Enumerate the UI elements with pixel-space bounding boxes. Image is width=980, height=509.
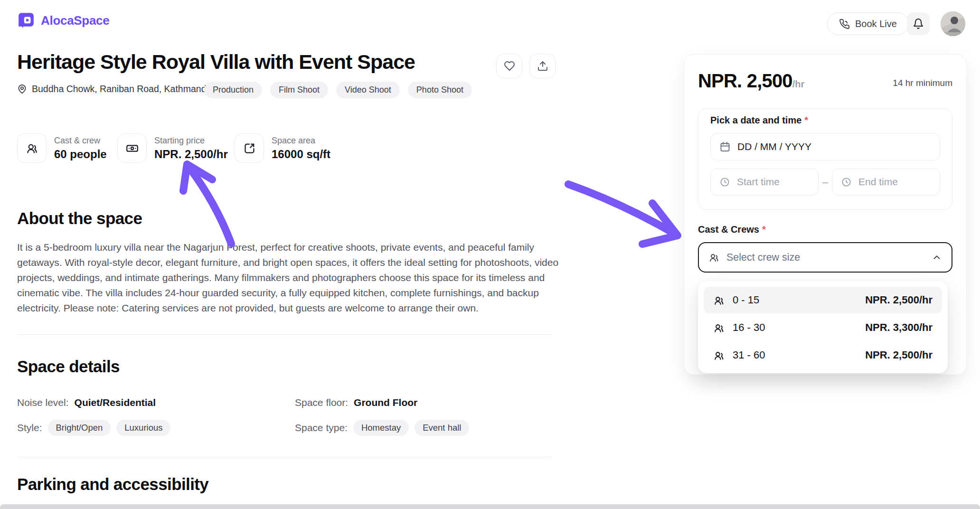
required-asterisk: * [804,115,808,125]
style-row: Style: Bright/Open Luxurious [17,420,170,436]
crew-price: NPR. 3,300/hr [865,321,933,334]
style-tag: Bright/Open [48,420,111,436]
space-type-tag: Homestay [353,420,409,436]
users-icon [713,349,725,361]
about-heading: About the space [17,209,142,228]
space-type-tag: Event hall [415,420,469,436]
phone-call-icon [839,19,850,29]
noise-level-value: Quiet/Residential [75,397,156,408]
category-tag: Video Shoot [336,82,400,98]
listing-title: Heritage Style Royal Villa with Event Sp… [17,50,415,74]
price-amount: NPR. 2,500 [698,70,792,92]
end-time-input[interactable]: End time [832,168,940,196]
stat-iconbox [235,133,264,163]
category-tags: Production Film Shoot Video Shoot Photo … [204,82,472,98]
noise-level-row: Noise level: Quiet/Residential [17,397,156,408]
crew-size-dropdown: 0 - 15 NPR. 2,500/hr 16 - 30 NPR. 3,300/… [698,281,948,373]
stat-label: Cast & crew [54,136,107,146]
section-divider [17,457,552,457]
minimum-hours: 14 hr minimum [893,78,952,92]
arrow-to-crew-select [568,184,676,235]
user-avatar[interactable] [941,11,965,36]
clock-icon [719,177,730,188]
required-asterisk: * [762,224,766,235]
space-floor-value: Ground Floor [354,397,417,408]
listing-location-row: Buddha Chowk, Raniban Road, Kathmandu [17,84,211,94]
arrow-to-starting-price-head [183,164,212,191]
users-icon [708,252,720,263]
stat-cast-crew: Cast & crew 60 people [17,133,107,163]
arrow-to-crew-select-head [642,203,678,244]
crew-range: 31 - 60 [733,349,765,361]
users-icon [713,294,725,306]
book-live-button[interactable]: Book Live [827,12,909,35]
favorite-button[interactable] [496,54,522,78]
style-tag: Luxurious [116,420,170,436]
brand-logo[interactable]: AlocaSpace [17,11,109,29]
space-floor-row: Space floor: Ground Floor [295,397,417,408]
parking-heading: Parking and accessibility [17,475,208,494]
date-input[interactable]: DD / MM / YYYY [710,133,940,160]
price-unit: /hr [792,79,805,92]
crew-price: NPR. 2,500/hr [865,294,933,306]
heart-icon [504,60,515,72]
stat-value: 60 people [54,148,107,161]
crew-section-label: Cast & Crews* [698,224,766,235]
bell-icon [913,18,924,29]
calendar-icon [719,141,731,152]
price-row: NPR. 2,500 /hr 14 hr minimum [698,70,952,92]
clock-icon [841,177,852,188]
share-icon [537,60,548,72]
stat-starting-price: Starting price NPR. 2,500/hr [117,133,228,163]
crew-range: 16 - 30 [733,321,765,334]
stat-label: Starting price [154,136,228,146]
brand-name: AlocaSpace [41,13,109,28]
page: AlocaSpace Book Live Heritage Style Roya… [0,0,980,509]
map-pin-icon [17,84,27,94]
space-details-heading: Space details [17,357,120,376]
stat-value: NPR. 2,500/hr [154,148,228,161]
crew-size-select[interactable]: Select crew size [698,242,952,273]
book-live-label: Book Live [855,19,897,29]
users-icon [713,322,725,334]
notifications-button[interactable] [907,12,930,35]
listing-location: Buddha Chowk, Raniban Road, Kathmandu [32,84,211,94]
crew-select-placeholder: Select crew size [726,252,800,264]
style-label: Style: [17,422,42,434]
crew-option-31-60[interactable]: 31 - 60 NPR. 2,500/hr [704,342,942,368]
date-placeholder: DD / MM / YYYY [737,141,811,152]
arrow-to-starting-price [189,167,231,244]
chevron-up-icon [932,252,942,263]
avatar-photo [941,11,965,36]
space-type-label: Space type: [295,422,348,434]
start-time-placeholder: Start time [737,176,780,188]
noise-level-label: Noise level: [17,397,69,408]
space-floor-label: Space floor: [295,397,348,408]
users-icon [26,142,38,155]
bottom-edge-bar [0,504,980,509]
crew-option-16-30[interactable]: 16 - 30 NPR. 3,300/hr [704,314,942,341]
crew-range: 0 - 15 [733,294,759,306]
start-time-input[interactable]: Start time [710,168,819,196]
banknote-icon [126,142,139,155]
area-icon [243,142,256,155]
share-button[interactable] [529,54,556,78]
stat-space-area: Space area 16000 sq/ft [235,133,330,163]
space-type-row: Space type: Homestay Event hall [295,420,469,436]
date-section-label: Pick a date and time* [710,115,808,126]
section-divider [17,334,552,335]
category-tag: Production [204,82,262,98]
stat-iconbox [17,133,47,163]
category-tag: Film Shoot [270,82,328,98]
stat-value: 16000 sq/ft [272,148,330,161]
end-time-placeholder: End time [858,176,898,188]
crew-section-label-text: Cast & Crews [698,224,759,235]
about-description: It is a 5-bedroom luxury villa near the … [17,240,567,316]
crew-price: NPR. 2,500/hr [865,349,933,361]
alocaspace-logo-icon [17,11,35,29]
category-tag: Photo Shoot [408,82,472,98]
time-range-dash: – [822,176,828,189]
stat-iconbox [117,133,147,163]
crew-option-0-15[interactable]: 0 - 15 NPR. 2,500/hr [704,287,942,313]
date-section-label-text: Pick a date and time [710,115,801,125]
